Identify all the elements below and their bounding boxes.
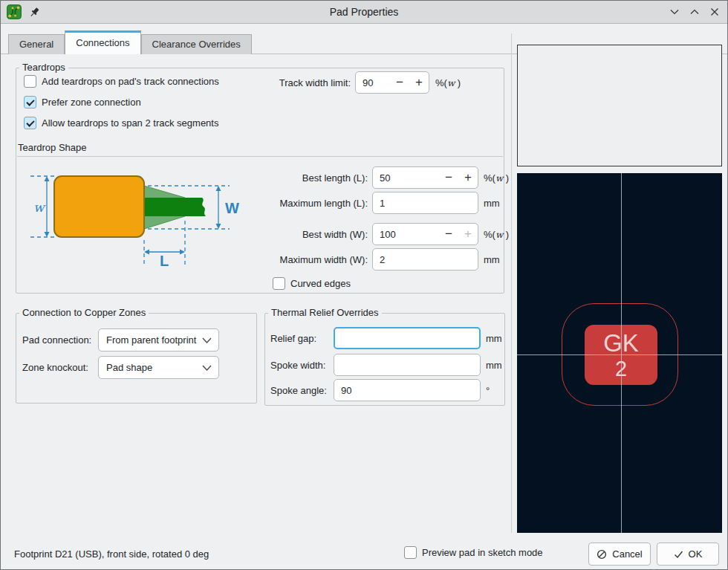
- thermal-relief-group: Thermal Relief Overrides Relief gap: mm …: [264, 313, 505, 406]
- zone-knockout-label: Zone knockout:: [22, 362, 98, 373]
- title-bar[interactable]: Pad Properties: [1, 1, 727, 24]
- decrement-button[interactable]: −: [439, 227, 458, 242]
- window-title: Pad Properties: [1, 6, 727, 18]
- pad-connection-select[interactable]: From parent footprint: [98, 328, 219, 352]
- track-width-limit-value[interactable]: 90: [356, 77, 390, 88]
- best-width-spinner[interactable]: 100 − +: [372, 223, 478, 245]
- tab-general[interactable]: General: [8, 34, 65, 54]
- teardrop-shape-header: Teardrop Shape: [18, 142, 87, 153]
- pad-properties-dialog: Pad Properties General Connections Clear…: [0, 0, 728, 570]
- track-width-limit-label: Track width limit:: [202, 77, 351, 88]
- crosshair-vertical: [621, 173, 622, 533]
- best-length-spinner[interactable]: 50 − +: [372, 166, 478, 189]
- sketch-mode-label: Preview pad in sketch mode: [422, 547, 543, 558]
- track-shape: [144, 198, 206, 216]
- prefer-zone-connection-checkbox[interactable]: [24, 96, 36, 109]
- relief-gap-input[interactable]: [334, 327, 481, 349]
- increment-button[interactable]: +: [458, 170, 478, 185]
- thermal-relief-legend: Thermal Relief Overrides: [268, 307, 382, 318]
- spoke-angle-label: Spoke angle:: [270, 385, 334, 396]
- best-width-unit: %(w ): [484, 229, 509, 240]
- chevron-down-icon: [202, 365, 212, 371]
- allow-span-label: Allow teardrops to span 2 track segments: [42, 117, 218, 129]
- relief-gap-unit: mm: [486, 333, 502, 344]
- decrement-button[interactable]: −: [390, 75, 409, 90]
- add-teardrops-checkbox[interactable]: [24, 75, 36, 88]
- chevron-down-icon: [202, 337, 212, 343]
- spoke-angle-input[interactable]: [334, 379, 481, 401]
- check-icon: [674, 550, 683, 559]
- best-width-label: Best width (W):: [259, 229, 368, 240]
- panel-sash[interactable]: [511, 33, 512, 533]
- max-width-unit: mm: [484, 254, 500, 265]
- spoke-width-unit: mm: [486, 360, 502, 371]
- tab-connections[interactable]: Connections: [65, 30, 140, 54]
- teardrop-length-dim-label: L: [160, 253, 169, 269]
- max-length-unit: mm: [484, 198, 500, 209]
- best-length-unit: %(w ): [484, 172, 509, 184]
- footprint-status-text: Footprint D21 (USB), front side, rotated…: [14, 548, 209, 560]
- pad-width-dim-label: w: [33, 200, 46, 215]
- pad-preview-canvas[interactable]: GK 2: [517, 173, 722, 533]
- tab-clearance-overrides[interactable]: Clearance Overrides: [141, 34, 252, 54]
- spoke-width-input[interactable]: [334, 354, 481, 376]
- curved-edges-label: Curved edges: [290, 278, 351, 289]
- add-teardrops-label: Add teardrops on pad's track connections: [42, 76, 219, 87]
- increment-button[interactable]: +: [409, 75, 429, 90]
- teardrop-width-dim-label: W: [225, 200, 239, 216]
- relief-gap-label: Relief gap:: [270, 333, 334, 344]
- allow-span-checkbox[interactable]: [24, 117, 36, 129]
- curved-edges-checkbox[interactable]: [273, 277, 285, 290]
- cancel-icon: [597, 549, 607, 560]
- ok-button[interactable]: OK: [657, 543, 719, 566]
- tab-bar: General Connections Clearance Overrides: [8, 30, 252, 54]
- close-button[interactable]: [709, 7, 720, 17]
- pad-shape: [54, 176, 144, 237]
- increment-button[interactable]: +: [458, 227, 478, 242]
- teardrop-shape-diagram: w W L: [20, 167, 265, 286]
- spoke-angle-unit: °: [486, 385, 490, 396]
- decrement-button[interactable]: −: [439, 170, 458, 185]
- best-length-value[interactable]: 50: [373, 172, 439, 184]
- prefer-zone-connection-label: Prefer zone connection: [42, 97, 141, 108]
- spoke-width-label: Spoke width:: [270, 360, 334, 371]
- roll-up-button[interactable]: [689, 7, 700, 17]
- roll-down-button[interactable]: [669, 7, 680, 17]
- track-width-limit-spinner[interactable]: 90 − +: [355, 71, 429, 94]
- zone-knockout-select[interactable]: Pad shape: [98, 356, 219, 379]
- max-length-input[interactable]: [372, 192, 478, 214]
- best-length-label: Best length (L):: [259, 172, 368, 184]
- zone-knockout-value: Pad shape: [106, 362, 152, 373]
- copper-zones-group: Connection to Copper Zones Pad connectio…: [16, 313, 257, 404]
- pad-connection-value: From parent footprint: [106, 334, 196, 346]
- teardrops-group: Teardrops Add teardrops on pad's track c…: [16, 68, 504, 294]
- sketch-mode-checkbox[interactable]: [404, 546, 417, 559]
- crosshair-horizontal: [517, 354, 722, 355]
- max-width-input[interactable]: [372, 248, 478, 271]
- teardrop-shape-divider: [17, 156, 503, 157]
- parent-footprint-preview: [517, 45, 722, 166]
- max-length-label: Maximum length (L):: [259, 198, 368, 209]
- copper-zones-legend: Connection to Copper Zones: [19, 307, 149, 318]
- max-width-label: Maximum width (W):: [259, 254, 368, 265]
- track-width-limit-unit: %(w ): [435, 77, 461, 88]
- best-width-value[interactable]: 100: [373, 229, 439, 240]
- teardrops-legend: Teardrops: [19, 62, 68, 73]
- pad-connection-label: Pad connection:: [22, 334, 98, 346]
- cancel-button[interactable]: Cancel: [588, 543, 651, 566]
